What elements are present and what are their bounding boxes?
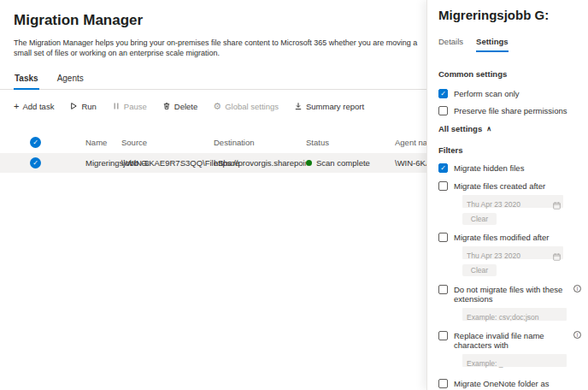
delete-button[interactable]: Delete xyxy=(162,102,197,111)
check-icon: ✓ xyxy=(32,159,38,167)
run-button[interactable]: Run xyxy=(69,102,96,111)
global-settings-label: Global settings xyxy=(225,102,279,111)
checkbox-row-onenote: Migrate OneNote folder as OneNote notebo… xyxy=(438,379,581,390)
global-settings-button[interactable]: ⚙ Global settings xyxy=(213,102,279,111)
extensions-input[interactable] xyxy=(462,311,567,324)
select-all-cell: ✓ xyxy=(0,137,85,148)
page-description: The Migration Manager helps you bring yo… xyxy=(14,38,419,58)
invalid-chars-label: Replace invalid file name characters wit… xyxy=(454,331,570,350)
play-icon xyxy=(69,102,78,110)
pause-label: Pause xyxy=(124,102,147,111)
migrate-hidden-label: Migrate hidden files xyxy=(454,163,524,173)
row-status: Scan complete xyxy=(306,158,395,168)
status-text: Scan complete xyxy=(316,158,370,168)
status-dot-icon xyxy=(306,160,312,166)
chevron-up-icon: ∧ xyxy=(486,125,491,133)
modified-after-date-field xyxy=(462,246,563,259)
panel-tab-strip: Details Settings xyxy=(438,37,581,52)
row-name: Migreringsjobb G: xyxy=(85,158,121,168)
add-task-button[interactable]: + Add task xyxy=(14,102,54,111)
download-icon xyxy=(294,102,303,110)
pause-icon xyxy=(112,102,121,110)
tab-agents[interactable]: Agents xyxy=(56,70,85,89)
created-after-checkbox[interactable] xyxy=(438,181,448,191)
checkbox-row-modified-after: Migrate files modified after xyxy=(438,233,581,242)
row-checkbox[interactable]: ✓ xyxy=(30,157,41,168)
perform-scan-checkbox[interactable]: ✓ xyxy=(438,89,448,98)
trash-icon xyxy=(162,102,171,110)
checkbox-row-extensions: Do not migrate files with these extensio… xyxy=(438,285,581,304)
task-settings-panel: Migreringsjobb G: Details Settings Commo… xyxy=(426,0,588,390)
panel-tab-settings[interactable]: Settings xyxy=(476,37,508,52)
run-label: Run xyxy=(81,102,96,111)
plus-icon: + xyxy=(14,102,19,110)
preserve-permissions-checkbox[interactable] xyxy=(438,106,448,115)
extensions-field xyxy=(462,308,567,321)
column-header-name[interactable]: Name xyxy=(85,138,121,147)
select-all-checkbox[interactable]: ✓ xyxy=(30,137,41,148)
check-icon: ✓ xyxy=(32,139,38,146)
row-select-cell: ✓ xyxy=(0,157,85,168)
created-after-date-field xyxy=(462,195,563,208)
summary-report-button[interactable]: Summary report xyxy=(294,102,364,111)
row-destination: https://provorgis.sharepoint.com/sit... xyxy=(214,158,306,168)
onenote-checkbox[interactable] xyxy=(438,379,448,388)
perform-scan-label: Perform scan only xyxy=(454,89,520,98)
filters-label: Filters xyxy=(438,145,581,155)
info-icon[interactable]: i xyxy=(573,331,581,339)
common-settings-label: Common settings xyxy=(438,69,581,79)
panel-tab-details[interactable]: Details xyxy=(438,37,463,52)
info-icon[interactable]: i xyxy=(573,285,581,292)
extensions-checkbox[interactable] xyxy=(438,285,448,294)
created-after-label: Migrate files created after xyxy=(454,181,545,191)
tab-tasks[interactable]: Tasks xyxy=(14,70,39,90)
modified-after-clear-button[interactable]: Clear xyxy=(462,264,497,276)
pause-button[interactable]: Pause xyxy=(112,102,147,111)
add-task-label: Add task xyxy=(22,102,54,111)
migration-manager-app: Migration Manager The Migration Manager … xyxy=(0,0,588,390)
all-settings-label: All settings xyxy=(438,124,482,133)
onenote-label: Migrate OneNote folder as OneNote notebo… xyxy=(454,379,581,390)
column-header-source[interactable]: Source xyxy=(121,138,214,147)
column-header-destination[interactable]: Destination xyxy=(214,138,306,147)
all-settings-expander[interactable]: All settings ∧ xyxy=(438,124,581,133)
delete-label: Delete xyxy=(174,102,197,111)
invalid-chars-checkbox[interactable] xyxy=(438,331,448,340)
calendar-icon[interactable] xyxy=(553,198,561,213)
column-header-status[interactable]: Status xyxy=(306,138,395,147)
modified-after-label: Migrate files modified after xyxy=(454,233,549,242)
created-after-clear-button[interactable]: Clear xyxy=(462,213,497,225)
checkbox-row-migrate-hidden: ✓ Migrate hidden files xyxy=(438,163,581,173)
panel-title: Migreringsjobb G: xyxy=(438,8,581,22)
extensions-label: Do not migrate files with these extensio… xyxy=(454,285,570,304)
calendar-icon[interactable] xyxy=(553,249,561,264)
migrate-hidden-checkbox[interactable]: ✓ xyxy=(438,163,448,173)
checkbox-row-invalid-chars: Replace invalid file name characters wit… xyxy=(438,331,581,350)
invalid-chars-field xyxy=(462,354,567,367)
checkbox-row-preserve-permissions: Preserve file share permissions xyxy=(438,106,581,115)
modified-after-checkbox[interactable] xyxy=(438,233,448,242)
checkbox-row-perform-scan: ✓ Perform scan only xyxy=(438,89,581,98)
modified-after-date-input[interactable] xyxy=(462,250,563,263)
preserve-permissions-label: Preserve file share permissions xyxy=(454,106,567,115)
invalid-chars-input[interactable] xyxy=(462,358,567,370)
row-source: \\WIN-6KAE9R7S3QQ\FileShare xyxy=(121,158,214,168)
summary-report-label: Summary report xyxy=(306,102,364,111)
created-after-date-input[interactable] xyxy=(462,198,563,211)
checkbox-row-created-after: Migrate files created after xyxy=(438,181,581,191)
gear-icon: ⚙ xyxy=(213,102,221,110)
